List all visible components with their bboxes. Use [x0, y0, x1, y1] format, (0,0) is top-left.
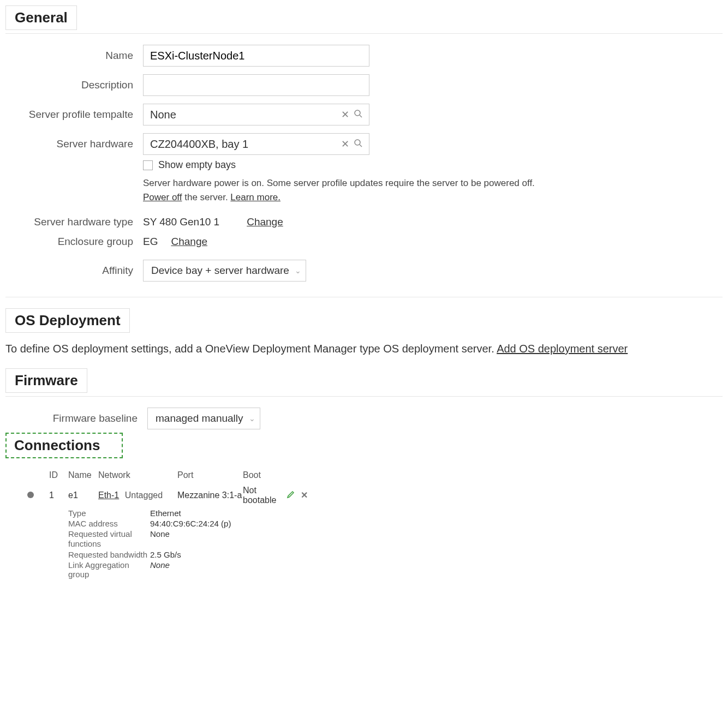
template-lookup[interactable]: None ✕: [143, 104, 369, 125]
svg-point-2: [355, 140, 360, 145]
connection-details: Type Ethernet MAC address 94:40:C9:6C:24…: [68, 508, 723, 579]
conn-network-link[interactable]: Eth-1: [98, 490, 119, 500]
name-input[interactable]: [143, 45, 369, 67]
baseline-select[interactable]: managed manually ⌄: [147, 408, 260, 429]
show-empty-checkbox[interactable]: [143, 160, 153, 170]
conn-name: e1: [68, 490, 98, 500]
conn-network-tag: Untagged: [125, 490, 163, 500]
svg-line-1: [360, 115, 362, 117]
os-deployment-note: To define OS deployment settings, add a …: [5, 343, 723, 355]
add-os-server-link[interactable]: Add OS deployment server: [497, 343, 628, 355]
hardware-value: CZ204400XB, bay 1: [150, 138, 339, 151]
eg-label: Enclosure group: [5, 236, 143, 248]
eg-value: EG: [143, 236, 158, 248]
search-icon[interactable]: [351, 109, 365, 121]
hwtype-value: SY 480 Gen10 1: [143, 216, 219, 228]
connections-header: ID Name Network Port Boot: [27, 470, 723, 480]
hwtype-change-link[interactable]: Change: [247, 216, 283, 228]
conn-id: 1: [49, 490, 68, 500]
search-icon[interactable]: [351, 139, 365, 150]
affinity-label: Affinity: [5, 265, 143, 277]
chevron-down-icon: ⌄: [249, 414, 255, 423]
svg-point-0: [355, 110, 360, 116]
section-firmware[interactable]: Firmware: [5, 368, 87, 393]
section-os-deployment[interactable]: OS Deployment: [5, 308, 130, 333]
hardware-lookup[interactable]: CZ204400XB, bay 1 ✕: [143, 133, 369, 155]
remove-icon[interactable]: ✕: [301, 490, 308, 501]
chevron-down-icon: ⌄: [295, 266, 301, 275]
section-general[interactable]: General: [5, 5, 77, 30]
description-label: Description: [5, 79, 143, 91]
conn-port: Mezzanine 3:1-a: [177, 490, 243, 500]
section-connections[interactable]: Connections: [5, 433, 123, 458]
svg-line-3: [360, 145, 362, 147]
power-note: Server hardware power is on. Some server…: [143, 176, 536, 204]
show-empty-label: Show empty bays: [158, 159, 236, 171]
clear-icon[interactable]: ✕: [339, 138, 351, 150]
hwtype-label: Server hardware type: [5, 216, 143, 228]
power-off-link[interactable]: Power off: [143, 192, 182, 202]
hardware-label: Server hardware: [5, 138, 143, 150]
conn-boot: Not bootable: [243, 486, 287, 505]
baseline-label: Firmware baseline: [5, 412, 147, 424]
status-dot-icon: [27, 492, 34, 498]
learn-more-link[interactable]: Learn more.: [230, 192, 281, 202]
connection-row[interactable]: 1 e1 Eth-1 Untagged Mezzanine 3:1-a Not …: [27, 486, 723, 505]
template-label: Server profile tempalte: [5, 109, 143, 121]
affinity-select[interactable]: Device bay + server hardware ⌄: [143, 260, 306, 282]
name-label: Name: [5, 50, 143, 62]
edit-icon[interactable]: [287, 490, 295, 501]
clear-icon[interactable]: ✕: [339, 109, 351, 121]
eg-change-link[interactable]: Change: [171, 236, 207, 248]
template-value: None: [150, 109, 339, 121]
description-input[interactable]: [143, 74, 369, 96]
